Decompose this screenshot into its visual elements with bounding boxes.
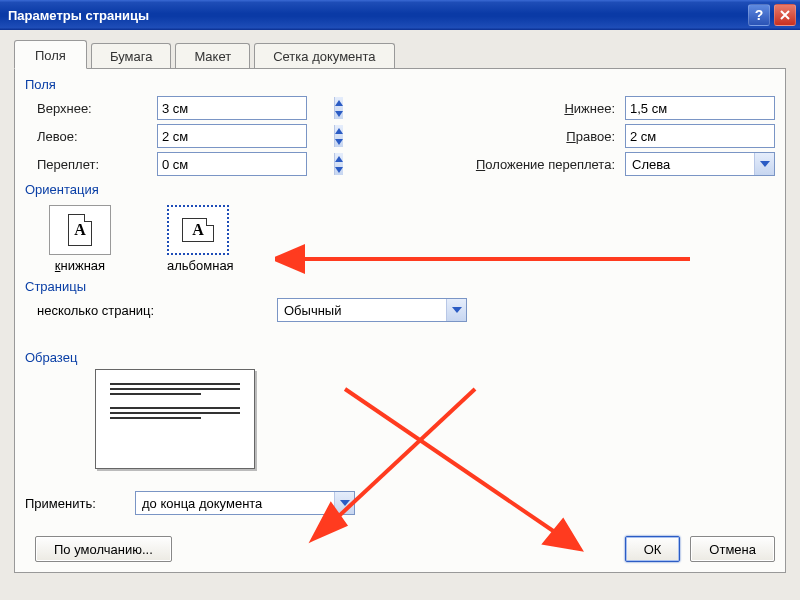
spin-top[interactable]	[157, 96, 307, 120]
tab-strip: Поля Бумага Макет Сетка документа	[14, 40, 786, 68]
group-preview-label: Образец	[25, 350, 775, 365]
svg-marker-8	[335, 156, 343, 162]
spin-bottom-input[interactable]	[626, 99, 800, 118]
chevron-down-icon[interactable]	[754, 153, 774, 175]
close-button[interactable]	[774, 4, 796, 26]
spin-top-input[interactable]	[158, 99, 334, 118]
tab-panel: Поля Верхнее: Нижнее:	[14, 68, 786, 573]
tab-fields[interactable]: Поля	[14, 40, 87, 69]
default-button[interactable]: По умолчанию...	[35, 536, 172, 562]
svg-line-17	[345, 389, 565, 539]
combo-multipages[interactable]: Обычный	[277, 298, 467, 322]
label-gutterpos: Положение переплета:	[405, 157, 625, 172]
label-right: Правое:	[405, 129, 625, 144]
tab-docgrid[interactable]: Сетка документа	[254, 43, 394, 68]
combo-apply-value: до конца документа	[136, 494, 334, 513]
group-margins-label: Поля	[25, 77, 775, 92]
svg-marker-5	[335, 139, 343, 145]
label-bottom: Нижнее:	[405, 101, 625, 116]
spin-gutter-input[interactable]	[158, 155, 334, 174]
ok-button[interactable]: ОК	[625, 536, 681, 562]
dialog-window: Параметры страницы ? Поля Бумага Макет С…	[0, 0, 800, 600]
combo-multipages-value: Обычный	[278, 301, 446, 320]
orientation-landscape-label: альбомная	[167, 258, 234, 273]
spin-top-arrows[interactable]	[334, 97, 343, 119]
help-button[interactable]: ?	[748, 4, 770, 26]
tab-paper[interactable]: Бумага	[91, 43, 171, 68]
svg-marker-12	[340, 500, 350, 506]
spin-left-input[interactable]	[158, 127, 334, 146]
svg-marker-0	[335, 100, 343, 106]
dialog-client: Поля Бумага Макет Сетка документа Поля В…	[0, 30, 800, 600]
svg-marker-10	[760, 161, 770, 167]
svg-marker-11	[452, 307, 462, 313]
orientation-portrait[interactable]: A книжная	[49, 205, 111, 273]
combo-apply[interactable]: до конца документа	[135, 491, 355, 515]
combo-gutterpos-value: Слева	[626, 155, 754, 174]
spin-left[interactable]	[157, 124, 307, 148]
spin-left-arrows[interactable]	[334, 125, 343, 147]
spin-gutter[interactable]	[157, 152, 307, 176]
window-title: Параметры страницы	[8, 8, 744, 23]
orientation-landscape[interactable]: A альбомная	[167, 205, 234, 273]
svg-marker-4	[335, 128, 343, 134]
titlebar: Параметры страницы ?	[0, 0, 800, 30]
label-top: Верхнее:	[37, 101, 157, 116]
orientation-portrait-label: книжная	[49, 258, 111, 273]
tab-layout[interactable]: Макет	[175, 43, 250, 68]
chevron-down-icon[interactable]	[446, 299, 466, 321]
annotation-arrow-apply	[295, 379, 495, 549]
dialog-footer: По умолчанию... ОК Отмена	[25, 536, 775, 562]
group-pages-label: Страницы	[25, 279, 775, 294]
spin-right[interactable]	[625, 124, 775, 148]
preview-thumbnail	[95, 369, 255, 469]
svg-marker-1	[335, 111, 343, 117]
group-orientation-label: Ориентация	[25, 182, 775, 197]
svg-marker-9	[335, 167, 343, 173]
spin-gutter-arrows[interactable]	[334, 153, 343, 175]
combo-gutterpos[interactable]: Слева	[625, 152, 775, 176]
orientation-group: A книжная A альбомная	[25, 201, 775, 275]
label-multipages: несколько страниц:	[37, 303, 277, 318]
spin-bottom[interactable]	[625, 96, 775, 120]
label-gutter: Переплет:	[37, 157, 157, 172]
chevron-down-icon[interactable]	[334, 492, 354, 514]
spin-right-input[interactable]	[626, 127, 800, 146]
annotation-arrow-ok	[335, 379, 595, 559]
label-left: Левое:	[37, 129, 157, 144]
cancel-button[interactable]: Отмена	[690, 536, 775, 562]
label-apply: Применить:	[25, 496, 135, 511]
